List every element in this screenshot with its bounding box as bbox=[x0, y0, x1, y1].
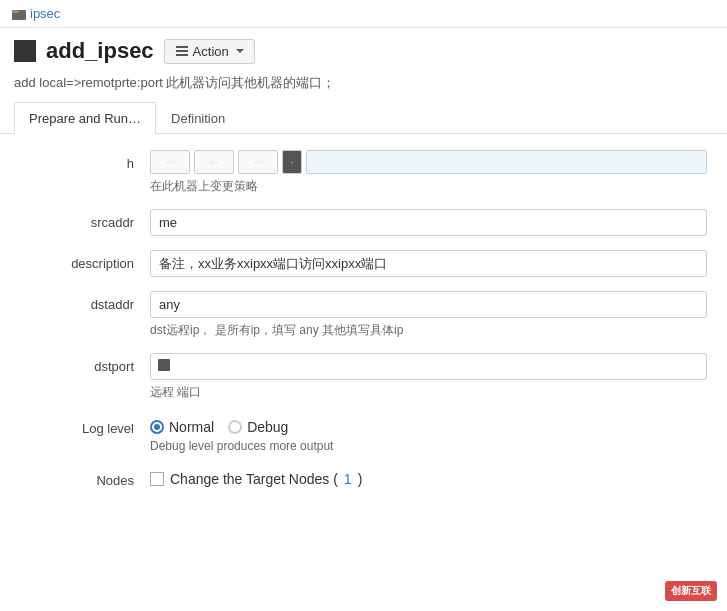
h-seg-3[interactable]: ··· bbox=[238, 150, 278, 174]
dstaddr-content: dst远程ip， 是所有ip，填写 any 其他填写具体ip bbox=[150, 291, 707, 339]
folder-icon bbox=[12, 7, 26, 21]
h-content: ··· ··· ··· · 在此机器上变更策略 bbox=[150, 150, 707, 195]
breadcrumb-link[interactable]: ipsec bbox=[30, 6, 60, 21]
dstport-input-wrap bbox=[150, 353, 707, 380]
breadcrumb: ipsec bbox=[0, 0, 727, 28]
log-level-row: Log level Normal Debug Debug level produ… bbox=[20, 415, 707, 453]
nodes-row: Nodes Change the Target Nodes (1) bbox=[20, 467, 707, 488]
nodes-close-paren: ) bbox=[358, 471, 363, 487]
tabs-container: Prepare and Run… Definition bbox=[0, 102, 727, 134]
dstaddr-label: dstaddr bbox=[20, 291, 150, 312]
dstport-row: dstport 远程 端口 bbox=[20, 353, 707, 401]
log-level-label: Log level bbox=[20, 415, 150, 436]
h-seg-1[interactable]: ··· bbox=[150, 150, 190, 174]
srcaddr-label: srcaddr bbox=[20, 209, 150, 230]
nodes-checkbox-row: Change the Target Nodes (1) bbox=[150, 467, 707, 487]
h-input-field[interactable] bbox=[306, 150, 707, 174]
dstport-hint: 远程 端口 bbox=[150, 384, 707, 401]
description-row: description bbox=[20, 250, 707, 277]
srcaddr-content bbox=[150, 209, 707, 236]
srcaddr-row: srcaddr bbox=[20, 209, 707, 236]
radio-normal[interactable]: Normal bbox=[150, 419, 214, 435]
dstaddr-hint: dst远程ip， 是所有ip，填写 any 其他填写具体ip bbox=[150, 322, 707, 339]
dstport-label: dstport bbox=[20, 353, 150, 374]
radio-normal-circle bbox=[150, 420, 164, 434]
nodes-content: Change the Target Nodes (1) bbox=[150, 467, 707, 487]
dstport-icon bbox=[158, 359, 170, 371]
description-label: description bbox=[20, 250, 150, 271]
page-header: add_ipsec Action bbox=[0, 28, 727, 70]
tab-prepare[interactable]: Prepare and Run… bbox=[14, 102, 156, 134]
dstaddr-input[interactable] bbox=[150, 291, 707, 318]
radio-debug-circle bbox=[228, 420, 242, 434]
page-subtitle: add local=>remotprte:port 此机器访问其他机器的端口； bbox=[0, 70, 727, 102]
dstaddr-row: dstaddr dst远程ip， 是所有ip，填写 any 其他填写具体ip bbox=[20, 291, 707, 339]
log-hint: Debug level produces more output bbox=[150, 439, 707, 453]
svg-rect-2 bbox=[176, 46, 188, 48]
page-icon bbox=[14, 40, 36, 62]
nodes-link[interactable]: 1 bbox=[344, 471, 352, 487]
h-row: h ··· ··· ··· · 在此机器上变更策略 bbox=[20, 150, 707, 195]
nodes-checkbox-label: Change the Target Nodes ( bbox=[170, 471, 338, 487]
svg-rect-1 bbox=[12, 10, 19, 13]
form-area: h ··· ··· ··· · 在此机器上变更策略 srcaddr bbox=[0, 134, 727, 518]
srcaddr-input[interactable] bbox=[150, 209, 707, 236]
action-button[interactable]: Action bbox=[164, 39, 255, 64]
svg-rect-3 bbox=[176, 50, 188, 52]
nodes-label: Nodes bbox=[20, 467, 150, 488]
svg-rect-4 bbox=[176, 54, 188, 56]
page-title: add_ipsec bbox=[46, 38, 154, 64]
radio-debug-label: Debug bbox=[247, 419, 288, 435]
log-level-options: Normal Debug bbox=[150, 415, 707, 435]
h-seg-2[interactable]: ··· bbox=[194, 150, 234, 174]
description-content bbox=[150, 250, 707, 277]
h-label: h bbox=[20, 150, 150, 171]
tab-definition[interactable]: Definition bbox=[156, 102, 240, 134]
dropdown-caret bbox=[236, 49, 244, 53]
list-icon bbox=[175, 44, 189, 58]
nodes-checkbox[interactable] bbox=[150, 472, 164, 486]
h-input-row: ··· ··· ··· · bbox=[150, 150, 707, 174]
log-level-content: Normal Debug Debug level produces more o… bbox=[150, 415, 707, 453]
description-input[interactable] bbox=[150, 250, 707, 277]
dstport-input[interactable] bbox=[150, 353, 707, 380]
dstport-content: 远程 端口 bbox=[150, 353, 707, 401]
h-hint: 在此机器上变更策略 bbox=[150, 178, 707, 195]
radio-debug[interactable]: Debug bbox=[228, 419, 288, 435]
radio-normal-label: Normal bbox=[169, 419, 214, 435]
h-seg-4[interactable]: · bbox=[282, 150, 302, 174]
